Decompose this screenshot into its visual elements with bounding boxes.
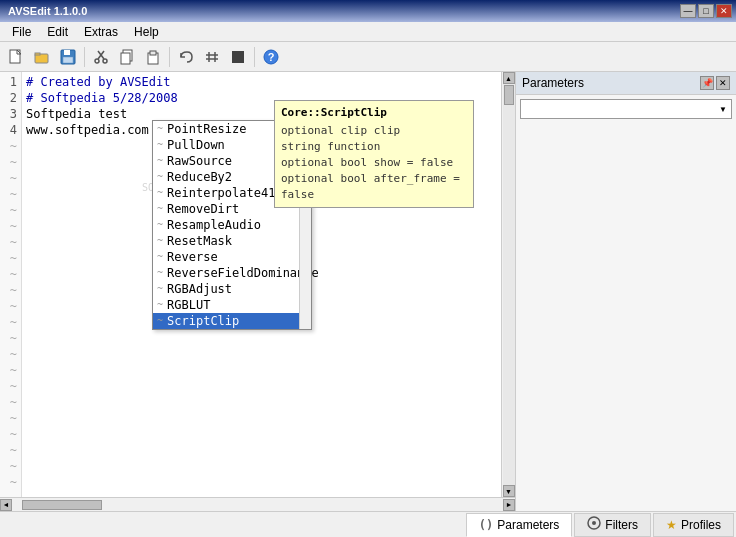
- close-panel-button[interactable]: ✕: [716, 76, 730, 90]
- svg-rect-3: [35, 53, 40, 55]
- line-numbers: 1 2 3 4 ~ ~ ~ ~ ~ ~ ~ ~ ~ ~ ~ ~ ~ ~ ~ ~: [0, 72, 22, 497]
- save-button[interactable]: [56, 45, 80, 69]
- hscroll-right-button[interactable]: ►: [503, 499, 515, 511]
- cut-button[interactable]: [89, 45, 113, 69]
- copy-button[interactable]: [115, 45, 139, 69]
- line-num-16: ~: [10, 314, 17, 330]
- status-tabs: () Parameters Filters ★ Profiles: [466, 512, 736, 537]
- line-num-2: 2: [10, 90, 17, 106]
- editor-vscroll[interactable]: ▲ ▼: [501, 72, 515, 497]
- line-num-10: ~: [10, 218, 17, 234]
- line-num-7: ~: [10, 170, 17, 186]
- menu-file[interactable]: File: [4, 23, 39, 41]
- menu-help[interactable]: Help: [126, 23, 167, 41]
- line-num-12: ~: [10, 250, 17, 266]
- tooltip-param-1: optional clip clip: [281, 123, 467, 139]
- line-num-25: ~: [10, 458, 17, 474]
- minimize-button[interactable]: —: [680, 4, 696, 18]
- paste-button[interactable]: [141, 45, 165, 69]
- toolbar-sep-3: [254, 47, 255, 67]
- line-num-15: ~: [10, 298, 17, 314]
- ac-item-rgblut[interactable]: ~ RGBLUT: [153, 297, 311, 313]
- line-num-22: ~: [10, 410, 17, 426]
- profiles-tab-icon: ★: [666, 518, 677, 532]
- vscroll-track[interactable]: [503, 84, 515, 485]
- code-area[interactable]: # Created by AVSEdit # Softpedia 5/28/20…: [22, 72, 501, 497]
- parameters-tab-icon: (): [479, 518, 493, 532]
- dropdown-arrow-icon: ▼: [719, 105, 727, 114]
- line-num-5: ~: [10, 138, 17, 154]
- filters-tab-label: Filters: [605, 518, 638, 532]
- toolbar-sep-1: [84, 47, 85, 67]
- ac-item-rgbadjust[interactable]: ~ RGBAdjust: [153, 281, 311, 297]
- pin-button[interactable]: 📌: [700, 76, 714, 90]
- line-num-9: ~: [10, 202, 17, 218]
- svg-rect-12: [121, 53, 130, 64]
- svg-rect-5: [64, 50, 70, 55]
- line-num-3: 3: [10, 106, 17, 122]
- line-num-14: ~: [10, 282, 17, 298]
- undo-button[interactable]: [174, 45, 198, 69]
- help-button[interactable]: ?: [259, 45, 283, 69]
- close-button[interactable]: ✕: [716, 4, 732, 18]
- svg-rect-19: [232, 51, 244, 63]
- line-num-4: 4: [10, 122, 17, 138]
- panel-header-buttons: 📌 ✕: [700, 76, 730, 90]
- ac-item-scriptclip[interactable]: ~ ScriptClip: [153, 313, 311, 329]
- window-title: AVSEdit 1.1.0.0: [8, 5, 87, 17]
- right-panel-header: Parameters 📌 ✕: [516, 72, 736, 95]
- maximize-button[interactable]: □: [698, 4, 714, 18]
- hscroll-thumb[interactable]: [22, 500, 102, 510]
- filters-tab-icon: [587, 516, 601, 533]
- tooltip-title: Core::ScriptClip: [281, 105, 467, 121]
- ac-item-resampleaudio[interactable]: ~ ResampleAudio: [153, 217, 311, 233]
- params-dropdown[interactable]: ▼: [520, 99, 732, 119]
- line-num-17: ~: [10, 330, 17, 346]
- line-num-18: ~: [10, 346, 17, 362]
- vscroll-up-button[interactable]: ▲: [503, 72, 515, 84]
- tooltip-popup: Core::ScriptClip optional clip clip stri…: [274, 100, 474, 208]
- menu-edit[interactable]: Edit: [39, 23, 76, 41]
- svg-point-23: [592, 521, 596, 525]
- vscroll-down-button[interactable]: ▼: [503, 485, 515, 497]
- svg-rect-6: [63, 57, 73, 63]
- tab-filters[interactable]: Filters: [574, 513, 651, 537]
- line-num-13: ~: [10, 266, 17, 282]
- line-num-26: ~: [10, 474, 17, 490]
- line-num-8: ~: [10, 186, 17, 202]
- hscroll-left-button[interactable]: ◄: [0, 499, 12, 511]
- title-bar: AVSEdit 1.1.0.0 — □ ✕: [0, 0, 736, 22]
- svg-point-10: [103, 59, 107, 63]
- line-num-11: ~: [10, 234, 17, 250]
- right-panel: Parameters 📌 ✕ ▼: [516, 72, 736, 511]
- editor-hscroll[interactable]: ◄ ►: [0, 497, 515, 511]
- line-num-1: 1: [10, 74, 17, 90]
- line-num-23: ~: [10, 426, 17, 442]
- menu-bar: File Edit Extras Help: [0, 22, 736, 42]
- status-bar: () Parameters Filters ★ Profiles: [0, 511, 736, 537]
- hscroll-track[interactable]: [12, 500, 503, 510]
- profiles-tab-label: Profiles: [681, 518, 721, 532]
- tab-parameters[interactable]: () Parameters: [466, 513, 572, 537]
- ac-item-reverse[interactable]: ~ Reverse: [153, 249, 311, 265]
- menu-extras[interactable]: Extras: [76, 23, 126, 41]
- parameters-title: Parameters: [522, 76, 584, 90]
- open-button[interactable]: [30, 45, 54, 69]
- editor-content[interactable]: 1 2 3 4 ~ ~ ~ ~ ~ ~ ~ ~ ~ ~ ~ ~ ~ ~ ~ ~: [0, 72, 515, 497]
- code-line-1: # Created by AVSEdit: [26, 74, 497, 90]
- tooltip-param-3: optional bool show = false: [281, 155, 467, 171]
- svg-rect-14: [150, 51, 156, 55]
- line-num-19: ~: [10, 362, 17, 378]
- vscroll-thumb[interactable]: [504, 85, 514, 105]
- svg-point-9: [95, 59, 99, 63]
- window-controls: — □ ✕: [680, 4, 732, 18]
- line-num-20: ~: [10, 378, 17, 394]
- ac-item-reversefielddominance[interactable]: ~ ReverseFieldDominance: [153, 265, 311, 281]
- ac-item-resetmask[interactable]: ~ ResetMask: [153, 233, 311, 249]
- block-button[interactable]: [226, 45, 250, 69]
- hash-button[interactable]: [200, 45, 224, 69]
- new-button[interactable]: [4, 45, 28, 69]
- toolbar: ?: [0, 42, 736, 72]
- tab-profiles[interactable]: ★ Profiles: [653, 513, 734, 537]
- svg-text:?: ?: [268, 51, 275, 63]
